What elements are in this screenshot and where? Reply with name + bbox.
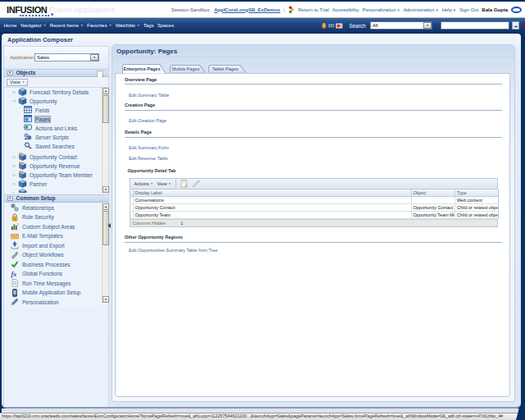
tree-item-opportunity-contact[interactable]: ▷ Opportunity Contact bbox=[4, 153, 108, 162]
edit-summary-form-link[interactable]: Edit Summary Form bbox=[129, 145, 169, 150]
alerts-indicator[interactable]: (0) bbox=[321, 22, 334, 30]
edit-pencil-icon-disabled[interactable] bbox=[192, 180, 200, 188]
tree-item-opportunity-team-member[interactable]: ▷ Opportunity Team Member bbox=[4, 171, 108, 180]
expand-icon[interactable]: ▷ bbox=[12, 173, 16, 177]
tree-item-forecast-territory-details[interactable]: ▷ Forecast Territory Details bbox=[4, 88, 108, 97]
dropdown-button[interactable]: ▼ bbox=[423, 22, 431, 30]
view-menu-label: View bbox=[158, 181, 167, 186]
list-item-role-security[interactable]: Role Security bbox=[4, 212, 108, 222]
tree-item-actions-and-links[interactable]: ▷ Actions and Links bbox=[4, 124, 108, 133]
nav-home[interactable]: Home bbox=[4, 23, 17, 28]
edit-creation-page-link[interactable]: Edit Creation Page bbox=[129, 118, 167, 123]
search-scope-select[interactable]: All ▼ bbox=[370, 21, 432, 30]
table-header-row: Display Label Object Type bbox=[130, 189, 498, 197]
view-menu-button[interactable]: View▼ bbox=[158, 181, 171, 186]
list-item-run-time-messages[interactable]: Run Time Messages bbox=[4, 279, 108, 289]
personalization-menu[interactable]: Personalization▼ bbox=[363, 7, 400, 12]
advanced-search-icon[interactable] bbox=[521, 22, 525, 30]
common-setup-scrollbar[interactable]: ▲ ▼ bbox=[102, 203, 108, 303]
logo-dot-decoration bbox=[51, 13, 53, 16]
columns-hidden-value: 1 bbox=[180, 221, 183, 226]
list-item-relationships[interactable]: Relationships bbox=[4, 203, 108, 213]
green-check-icon bbox=[11, 260, 19, 268]
expand-icon[interactable]: ▷ bbox=[12, 155, 16, 159]
scroll-thumb[interactable] bbox=[103, 95, 109, 123]
scroll-thumb[interactable] bbox=[103, 211, 109, 245]
col-type[interactable]: Type bbox=[455, 189, 499, 197]
actions-menu-button[interactable]: Actions▼ bbox=[135, 181, 153, 186]
table-row[interactable]: Opportunity Team Opportunity Team Member… bbox=[130, 212, 498, 219]
view-menu-button[interactable]: View▼ bbox=[7, 79, 28, 87]
nav-tags[interactable]: Tags bbox=[144, 23, 154, 28]
tree-item-server-scripts[interactable]: ▷ Server Scripts bbox=[4, 133, 108, 142]
list-item-mobile-application-setup[interactable]: Mobile Application Setup bbox=[4, 288, 108, 298]
collapse-chevron-icon[interactable]: ▼ bbox=[7, 196, 13, 201]
tree-toolbar: View▼ bbox=[4, 77, 108, 88]
edit-revenue-table-link[interactable]: Edit Revenue Table bbox=[129, 156, 168, 161]
tab-enterprise-pages[interactable]: Enterprise Pages bbox=[122, 64, 167, 74]
nav-watchlist[interactable]: Watchlist▼ bbox=[116, 23, 140, 28]
panel-splitter-collapse-handle[interactable] bbox=[107, 223, 111, 228]
scroll-up-button[interactable]: ▲ bbox=[103, 203, 109, 210]
search-input[interactable] bbox=[441, 21, 509, 30]
application-select[interactable]: Sales ▼ bbox=[34, 53, 99, 62]
collapse-chevron-icon[interactable]: ▼ bbox=[7, 71, 13, 75]
create-icon[interactable] bbox=[180, 180, 188, 188]
tree-item-clipped[interactable]: ▷ bbox=[4, 189, 108, 193]
expand-icon[interactable]: ▷ bbox=[12, 182, 16, 186]
col-display-label[interactable]: Display Label bbox=[133, 189, 411, 197]
tree-item-fields[interactable]: ▷ Fields bbox=[4, 106, 108, 115]
dropdown-button[interactable]: ▼ bbox=[90, 54, 98, 62]
chart-icon bbox=[11, 222, 19, 231]
object-cube-icon bbox=[18, 189, 27, 193]
tree-item-opportunity[interactable]: ▽ Opportunity bbox=[4, 97, 108, 106]
flag-icon[interactable] bbox=[336, 23, 343, 29]
administration-menu[interactable]: Administration▼ bbox=[404, 7, 439, 12]
common-setup-section-header[interactable]: ▼ Common Setup bbox=[4, 194, 108, 203]
edit-summary-table-link[interactable]: Edit Summary Table bbox=[129, 93, 169, 98]
list-item-personalization[interactable]: Personalization bbox=[4, 298, 108, 308]
scroll-down-button[interactable]: ▼ bbox=[103, 186, 109, 193]
nav-spaces[interactable]: Spaces bbox=[158, 23, 174, 28]
tree-item-opportunity-revenue[interactable]: ▷ Opportunity Revenue bbox=[4, 162, 108, 171]
tree-scrollbar[interactable]: ▲ ▼ bbox=[102, 88, 108, 193]
table-row[interactable]: Opportunity Contact Opportunity Contact … bbox=[130, 204, 498, 212]
lock-icon bbox=[11, 213, 19, 221]
session-sandbox-link[interactable]: ApplCoreLongSB_ExDemos bbox=[214, 7, 281, 12]
nav-navigator[interactable]: Navigator▼ bbox=[21, 23, 46, 28]
objects-section-header[interactable]: ▼ Objects bbox=[4, 69, 108, 77]
accessibility-link[interactable]: Accessibility bbox=[332, 7, 359, 12]
help-menu[interactable]: Help▼ bbox=[442, 7, 456, 12]
nav-favorites[interactable]: Favorites▼ bbox=[87, 23, 112, 28]
collapse-icon[interactable]: ▽ bbox=[12, 99, 16, 103]
edit-opportunities-summary-table-link[interactable]: Edit Opportunities Summary Table from Tr… bbox=[129, 248, 217, 253]
list-item-global-functions[interactable]: fx Global Functions bbox=[4, 269, 108, 279]
list-item-business-processes[interactable]: Business Processes bbox=[4, 260, 108, 270]
tree-item-partner[interactable]: ▷ Partner bbox=[4, 180, 108, 189]
scroll-down-button[interactable]: ▼ bbox=[103, 296, 109, 303]
tree-item-saved-searches[interactable]: ▷ Saved Searches bbox=[4, 142, 108, 151]
list-item-object-workflows[interactable]: Object Workflows bbox=[4, 250, 108, 260]
list-item-email-templates[interactable]: E-Mail Templates bbox=[4, 231, 108, 241]
tree-item-pages[interactable]: ▷ Pages bbox=[4, 115, 108, 124]
expand-icon[interactable]: ▷ bbox=[12, 164, 16, 168]
sign-out-link[interactable]: Sign Out bbox=[459, 7, 478, 12]
expand-icon[interactable]: ▷ bbox=[12, 90, 16, 94]
col-object[interactable]: Object bbox=[411, 189, 455, 197]
nav-recent-items[interactable]: Recent Items▼ bbox=[50, 23, 84, 28]
common-setup-list: Relationships Role Security Custom Subje… bbox=[4, 203, 108, 308]
table-row[interactable]: Conversations Web content bbox=[130, 197, 498, 204]
envelope-icon bbox=[11, 232, 19, 240]
return-to-trial-link[interactable]: Return to Trial bbox=[298, 7, 329, 12]
search-go-button[interactable]: ➔ bbox=[512, 21, 519, 30]
expand-icon[interactable]: ▷ bbox=[12, 191, 16, 193]
tab-tablet-pages[interactable]: Tablet Pages bbox=[208, 65, 247, 73]
tab-mobile-pages[interactable]: Mobile Pages bbox=[170, 65, 206, 73]
scroll-up-button[interactable]: ▲ bbox=[103, 88, 109, 94]
chevron-down-icon: ▼ bbox=[168, 182, 171, 185]
list-item-import-and-export[interactable]: Import and Export bbox=[4, 241, 108, 251]
list-item-custom-subject-areas[interactable]: Custom Subject Areas bbox=[4, 222, 108, 232]
page-title: Application Composer bbox=[7, 36, 73, 43]
help-menu-label: Help bbox=[442, 7, 452, 12]
nav-favorites-label: Favorites bbox=[87, 23, 107, 28]
